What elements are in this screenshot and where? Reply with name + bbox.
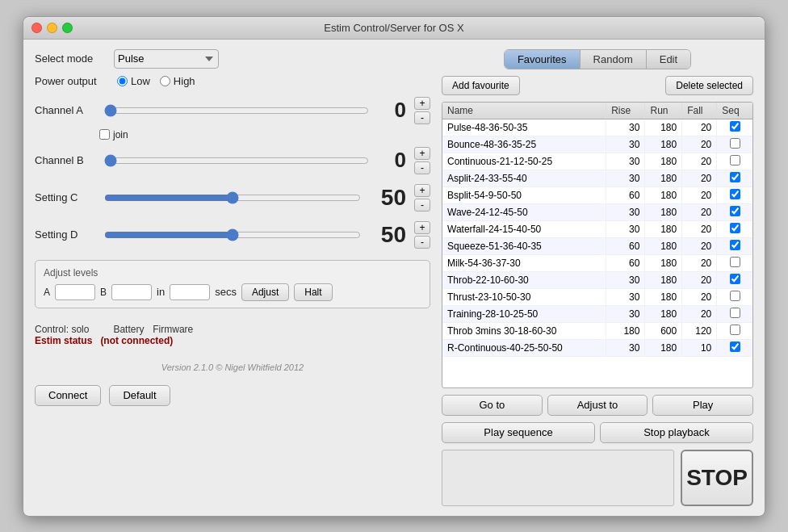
- setting-d-slider[interactable]: [104, 228, 361, 241]
- table-row[interactable]: Pulse-48-36-50-35 30 180 20: [442, 119, 752, 136]
- power-low-label[interactable]: Low: [117, 75, 150, 87]
- add-favourite-button[interactable]: Add favourite: [442, 76, 520, 95]
- row-seq[interactable]: [717, 237, 752, 254]
- row-rise: 60: [606, 186, 645, 203]
- channel-a-section: Channel A 0 + - join: [35, 97, 430, 140]
- adjust-to-button[interactable]: Adjust to: [547, 395, 648, 416]
- seq-checkbox[interactable]: [730, 341, 740, 352]
- row-name: Wave-24-12-45-50: [442, 203, 606, 220]
- maximize-button[interactable]: [62, 23, 73, 33]
- row-seq[interactable]: [717, 271, 752, 288]
- channel-a-plus-button[interactable]: +: [414, 97, 430, 110]
- row-seq[interactable]: [717, 254, 752, 271]
- minimize-button[interactable]: [47, 23, 57, 33]
- row-seq[interactable]: [717, 203, 752, 220]
- row-name: Bsplit-54-9-50-50: [442, 186, 606, 203]
- row-seq[interactable]: [717, 322, 752, 339]
- row-seq[interactable]: [717, 153, 752, 170]
- seq-checkbox[interactable]: [730, 172, 740, 182]
- row-seq[interactable]: [717, 305, 752, 322]
- adjust-secs-input[interactable]: [170, 284, 210, 300]
- row-name: Continuous-21-12-50-25: [442, 153, 606, 170]
- row-rise: 30: [606, 203, 645, 220]
- table-row[interactable]: R-Continuous-40-25-50-50 30 180 10: [442, 339, 752, 356]
- halt-button[interactable]: Halt: [294, 283, 332, 301]
- channel-b-plus-button[interactable]: +: [414, 147, 430, 160]
- row-seq[interactable]: [717, 119, 752, 136]
- channel-a-minus-button[interactable]: -: [414, 111, 430, 124]
- close-button[interactable]: [31, 23, 42, 33]
- setting-d-label: Setting D: [35, 228, 99, 241]
- channel-b-minus-button[interactable]: -: [414, 161, 430, 174]
- adjust-b-input[interactable]: [111, 284, 152, 300]
- table-row[interactable]: Training-28-10-25-50 30 180 20: [442, 305, 752, 322]
- table-row[interactable]: Asplit-24-33-55-40 30 180 20: [442, 170, 752, 186]
- window-title: Estim Control/Server for OS X: [324, 22, 463, 34]
- seq-checkbox[interactable]: [730, 121, 740, 132]
- power-high-radio[interactable]: [160, 76, 170, 86]
- seq-checkbox[interactable]: [730, 308, 740, 318]
- delete-selected-button[interactable]: Delete selected: [665, 76, 753, 95]
- play-button[interactable]: Play: [652, 395, 753, 416]
- channel-a-slider[interactable]: [104, 104, 369, 117]
- play-sequence-button[interactable]: Play sequence: [442, 422, 595, 443]
- table-row[interactable]: Throb-22-10-60-30 30 180 20: [442, 271, 752, 288]
- setting-c-slider[interactable]: [104, 191, 361, 204]
- seq-checkbox[interactable]: [730, 223, 740, 233]
- table-row[interactable]: Waterfall-24-15-40-50 30 180 20: [442, 220, 752, 237]
- default-button[interactable]: Default: [109, 385, 170, 406]
- row-seq[interactable]: [717, 186, 752, 203]
- seq-checkbox[interactable]: [730, 240, 740, 250]
- seq-checkbox[interactable]: [730, 274, 740, 284]
- stop-playback-button[interactable]: Stop playback: [600, 422, 753, 443]
- goto-button[interactable]: Go to: [442, 395, 543, 416]
- row-run: 600: [645, 322, 682, 339]
- join-checkbox[interactable]: [99, 129, 110, 140]
- right-controls: Add favourite Delete selected: [442, 76, 753, 95]
- setting-d-plus-button[interactable]: +: [414, 221, 430, 234]
- channel-b-slider[interactable]: [104, 154, 369, 167]
- setting-d-minus-button[interactable]: -: [414, 236, 430, 249]
- setting-c-plus-button[interactable]: +: [414, 184, 430, 197]
- setting-c-minus-button[interactable]: -: [414, 199, 430, 212]
- row-fall: 120: [682, 322, 717, 339]
- row-seq[interactable]: [717, 136, 752, 153]
- adjust-levels-row: A B in secs Adjust Halt: [44, 283, 421, 301]
- seq-checkbox[interactable]: [730, 189, 740, 199]
- tab-favourites[interactable]: Favourites: [505, 50, 581, 69]
- table-row[interactable]: Throb 3mins 30-18-60-30 180 600 120: [442, 322, 752, 339]
- select-mode-label: Select mode: [35, 52, 107, 65]
- table-row[interactable]: Milk-54-36-37-30 60 180 20: [442, 254, 752, 271]
- table-row[interactable]: Bounce-48-36-35-25 30 180 20: [442, 136, 752, 153]
- table-row[interactable]: Bsplit-54-9-50-50 60 180 20: [442, 186, 752, 203]
- seq-checkbox[interactable]: [730, 155, 740, 165]
- row-seq[interactable]: [717, 288, 752, 305]
- seq-checkbox[interactable]: [730, 325, 740, 335]
- seq-checkbox[interactable]: [730, 291, 740, 301]
- adjust-a-input[interactable]: [55, 284, 95, 300]
- connect-button[interactable]: Connect: [35, 385, 101, 406]
- tab-edit[interactable]: Edit: [647, 50, 690, 69]
- row-seq[interactable]: [717, 220, 752, 237]
- table-row[interactable]: Squeeze-51-36-40-35 60 180 20: [442, 237, 752, 254]
- seq-checkbox[interactable]: [730, 257, 740, 267]
- row-seq[interactable]: [717, 170, 752, 186]
- seq-checkbox[interactable]: [730, 138, 740, 149]
- col-seq: Seq: [717, 103, 752, 119]
- stop-button[interactable]: STOP: [681, 450, 753, 506]
- power-high-label[interactable]: High: [160, 75, 195, 87]
- adjust-button[interactable]: Adjust: [241, 283, 289, 301]
- table-row[interactable]: Thrust-23-10-50-30 30 180 20: [442, 288, 752, 305]
- mode-select-dropdown[interactable]: Pulse Bounce Continuous Waves: [114, 49, 219, 69]
- tab-random[interactable]: Random: [581, 50, 647, 69]
- setting-c-slider-container: [104, 191, 361, 204]
- seq-checkbox[interactable]: [730, 206, 740, 216]
- table-row[interactable]: Wave-24-12-45-50 30 180 20: [442, 203, 752, 220]
- control-status: Control: solo: [35, 323, 89, 335]
- row-fall: 20: [682, 153, 717, 170]
- table-row[interactable]: Continuous-21-12-50-25 30 180 20: [442, 153, 752, 170]
- row-seq[interactable]: [717, 339, 752, 356]
- row-rise: 30: [606, 170, 645, 186]
- row-name: R-Continuous-40-25-50-50: [442, 339, 606, 356]
- power-low-radio[interactable]: [117, 76, 128, 86]
